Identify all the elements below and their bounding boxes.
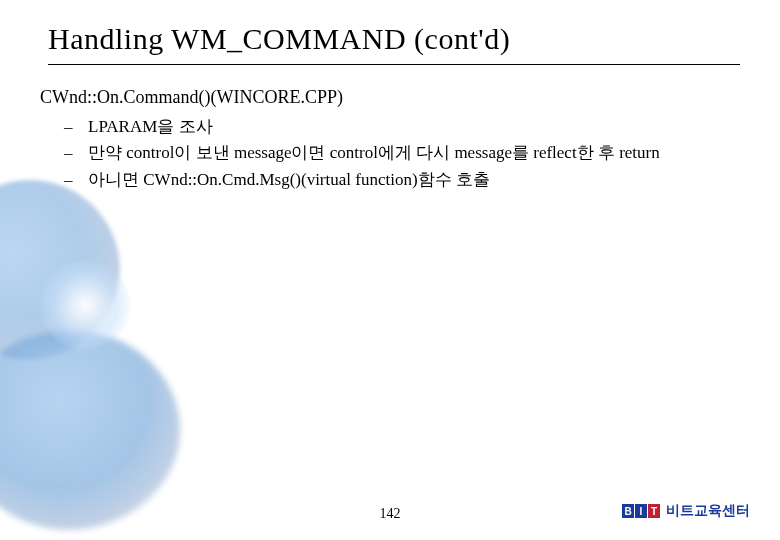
- section-heading: CWnd::On.Command()(WINCORE.CPP): [40, 87, 740, 108]
- page-number: 142: [380, 506, 401, 522]
- list-item: – LPARAM을 조사: [88, 114, 740, 140]
- bullet-list: – LPARAM을 조사 – 만약 control이 보낸 message이면 …: [88, 114, 740, 193]
- slide-title: Handling WM_COMMAND (cont'd): [48, 22, 740, 62]
- slide-content: Handling WM_COMMAND (cont'd) CWnd::On.Co…: [0, 0, 780, 193]
- logo-letter: T: [648, 504, 660, 518]
- list-item: – 만약 control이 보낸 message이면 control에게 다시 …: [88, 140, 740, 166]
- logo-letter: B: [622, 504, 634, 518]
- logo-letter: I: [635, 504, 647, 518]
- title-underline: [48, 64, 740, 65]
- list-item-text: 만약 control이 보낸 message이면 control에게 다시 me…: [88, 143, 660, 162]
- list-item: – 아니면 CWnd::On.Cmd.Msg()(virtual functio…: [88, 167, 740, 193]
- list-item-text: 아니면 CWnd::On.Cmd.Msg()(virtual function)…: [88, 170, 490, 189]
- bullet-dash-icon: –: [64, 114, 73, 140]
- bullet-dash-icon: –: [64, 140, 73, 166]
- footer-brand: B I T 비트교육센터: [622, 502, 750, 520]
- bullet-dash-icon: –: [64, 167, 73, 193]
- list-item-text: LPARAM을 조사: [88, 117, 213, 136]
- logo-icon: B I T: [622, 504, 660, 518]
- brand-text: 비트교육센터: [666, 502, 750, 520]
